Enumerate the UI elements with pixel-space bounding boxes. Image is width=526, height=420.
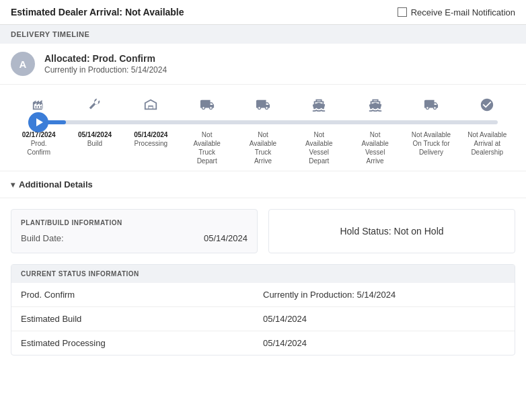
build-date-label: Build Date: [21,233,64,243]
plant-build-title: PLANT/BUILD INFORMATION [21,219,248,226]
truck-depart-label: NotAvailableTruckDepart [180,130,233,165]
allocated-sub: Currently in Production: 5/14/2024 [44,65,167,75]
build-date-row: Build Date: 05/14/2024 [21,233,248,243]
hold-status-label: Hold Status: Not on Hold [340,226,443,237]
status-row-prod-confirm: Prod. Confirm Currently in Production: 5… [11,283,515,307]
timeline-icon-truck-arrive [235,93,291,117]
avatar: A [11,52,35,76]
additional-details-label: Additional Details [19,179,93,190]
timeline-icon-dealership [459,93,515,117]
timeline-icons-row [11,93,515,117]
email-notification-toggle[interactable]: Receive E-mail Notification [398,7,515,17]
email-checkbox[interactable] [398,7,407,17]
timeline-label-dealership: Not AvailableArrival atDealership [459,130,515,165]
current-status-section: CURRENT STATUS INFORMATION Prod. Confirm… [11,264,515,355]
truck-arrive-label: NotAvailableTruckArrive [236,130,289,165]
page-title: Estimated Dealer Arrival: Not Available [11,7,184,17]
build-date: 05/14/2024 [68,130,121,139]
timeline-icon-truck-delivery [403,93,459,117]
timeline-label-truck-arrive: NotAvailableTruckArrive [235,130,291,165]
prod-confirm-status: Prod.Confirm [12,139,65,157]
timeline-section: 02/17/2024 Prod.Confirm 05/14/2024 Build… [0,85,526,171]
timeline-labels-row: 02/17/2024 Prod.Confirm 05/14/2024 Build… [11,130,515,165]
timeline-bar-background [28,120,498,124]
additional-details-toggle[interactable]: ▾ Additional Details [0,171,526,198]
timeline-label-vessel-arrive: NotAvailableVesselArrive [347,130,403,165]
processing-date: 05/14/2024 [124,130,178,139]
plant-build-box: PLANT/BUILD INFORMATION Build Date: 05/1… [11,209,258,253]
timeline-icon-vessel-depart [291,93,347,117]
status-value-est-build: 05/14/2024 [263,314,505,324]
allocated-bar: A Allocated: Prod. Confirm Currently in … [0,44,526,85]
timeline-icon-wrench [67,93,122,117]
allocated-info: Allocated: Prod. Confirm Currently in Pr… [44,53,167,75]
vessel-arrive-label: NotAvailableVesselArrive [348,130,402,165]
email-notification-label: Receive E-mail Notification [411,7,515,17]
timeline-label-prod-confirm: 02/17/2024 Prod.Confirm [11,130,67,165]
timeline-active-dot [28,112,48,132]
details-grid: PLANT/BUILD INFORMATION Build Date: 05/1… [0,198,526,264]
timeline-label-truck-depart: NotAvailableTruckDepart [179,130,235,165]
chevron-down-icon: ▾ [11,180,15,190]
status-value-est-processing: 05/14/2024 [263,338,505,348]
build-date-value: 05/14/2024 [204,233,248,243]
status-label-est-build: Estimated Build [21,314,263,324]
status-row-est-processing: Estimated Processing 05/14/2024 [11,331,515,355]
timeline-label-processing: 05/14/2024 Processing [123,130,179,165]
timeline-icon-truck-depart [179,93,235,117]
status-row-est-build: Estimated Build 05/14/2024 [11,307,515,331]
hold-status-box: Hold Status: Not on Hold [268,209,515,253]
timeline-label-truck-delivery: Not AvailableOn Truck forDelivery [403,130,459,165]
delivery-timeline-label: DELIVERY TIMELINE [0,25,526,44]
dealership-label: Not AvailableArrival atDealership [461,130,514,157]
timeline-icon-warehouse [123,93,179,117]
header-bar: Estimated Dealer Arrival: Not Available … [0,0,526,25]
allocated-status: Allocated: Prod. Confirm [44,53,167,64]
processing-status: Processing [124,139,178,148]
timeline-progress-bar [28,117,498,128]
timeline-icon-vessel-arrive [347,93,403,117]
truck-delivery-label: Not AvailableOn Truck forDelivery [404,130,457,157]
status-value-prod-confirm: Currently in Production: 5/14/2024 [263,290,505,300]
status-label-prod-confirm: Prod. Confirm [21,290,263,300]
current-status-header: CURRENT STATUS INFORMATION [11,265,515,283]
status-label-est-processing: Estimated Processing [21,338,263,348]
timeline-label-build: 05/14/2024 Build [67,130,122,165]
timeline-label-vessel-depart: NotAvailableVesselDepart [291,130,347,165]
vessel-depart-label: NotAvailableVesselDepart [293,130,346,165]
build-status: Build [68,139,121,148]
